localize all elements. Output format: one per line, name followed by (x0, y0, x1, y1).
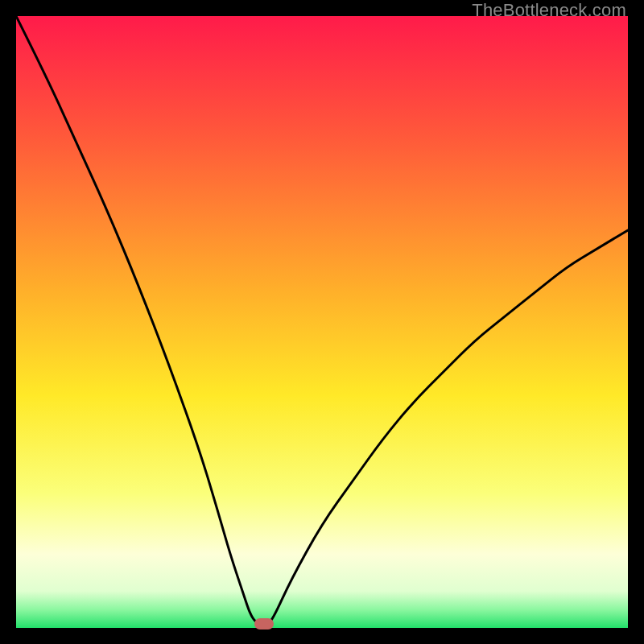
optimal-point-marker (254, 618, 274, 630)
watermark-text: TheBottleneck.com (472, 0, 626, 21)
bottleneck-chart (16, 16, 628, 628)
gradient-background (16, 16, 628, 628)
chart-frame (16, 16, 628, 628)
